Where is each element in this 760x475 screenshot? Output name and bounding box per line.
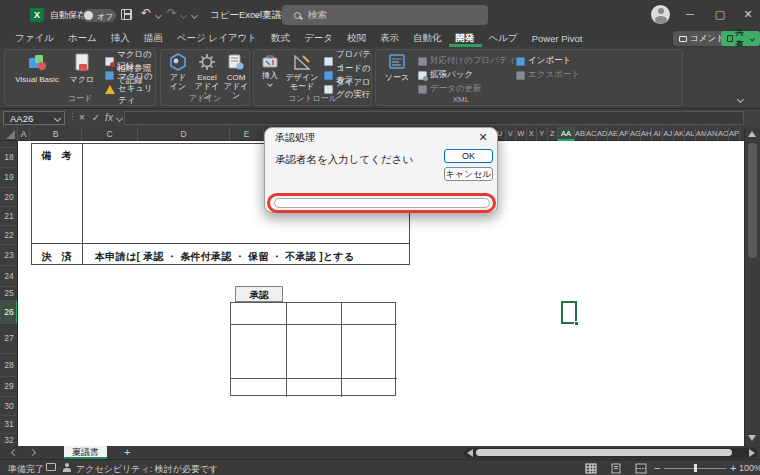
approval-header-cell[interactable]: 承認: [235, 286, 283, 302]
column-header[interactable]: AM: [696, 127, 707, 141]
vertical-scrollbar[interactable]: [744, 127, 760, 446]
row-header[interactable]: 25: [0, 287, 18, 301]
scroll-up-icon[interactable]: [748, 131, 756, 137]
zoom-out-button[interactable]: −: [654, 462, 660, 474]
collapse-ribbon-icon[interactable]: [737, 96, 744, 103]
dialog-close-icon[interactable]: ✕: [475, 130, 491, 144]
approval-table[interactable]: [230, 302, 396, 396]
column-header[interactable]: AG: [630, 127, 641, 141]
row-header[interactable]: 21: [0, 207, 18, 226]
accessibility-status[interactable]: アクセシビリティ: 検討が必要です: [76, 463, 218, 475]
cancel-entry-icon[interactable]: ×: [76, 111, 88, 125]
expansion-packs-button[interactable]: 拡張パック: [418, 69, 473, 81]
tab-draw[interactable]: 描画: [137, 30, 170, 47]
account-avatar[interactable]: [651, 5, 670, 24]
column-header-c[interactable]: C: [82, 127, 138, 141]
horizontal-scroll-thumb[interactable]: [476, 449, 732, 456]
row-header[interactable]: 24: [0, 266, 18, 287]
new-sheet-button[interactable]: +: [124, 446, 130, 459]
xml-source-button[interactable]: ソース: [382, 53, 412, 82]
column-header[interactable]: AF: [619, 127, 630, 141]
column-header[interactable]: AI: [652, 127, 663, 141]
enter-entry-icon[interactable]: ✓: [90, 111, 102, 125]
zoom-level[interactable]: 100%: [739, 463, 760, 473]
column-header[interactable]: AN: [707, 127, 718, 141]
fill-handle[interactable]: [574, 321, 579, 326]
page-layout-view-icon[interactable]: [610, 463, 622, 474]
formula-input[interactable]: [124, 111, 744, 125]
undo-icon[interactable]: ↶: [141, 6, 151, 20]
row-header[interactable]: 27: [0, 324, 18, 354]
row-header[interactable]: 23: [0, 245, 18, 266]
active-cell-aa26[interactable]: [561, 301, 577, 324]
column-header-b[interactable]: B: [30, 127, 82, 141]
search-input[interactable]: 検索: [282, 5, 488, 25]
zoom-slider-thumb[interactable]: [694, 464, 697, 472]
vertical-scroll-thumb[interactable]: [748, 143, 757, 258]
ok-button[interactable]: OK: [444, 149, 493, 163]
column-header-e[interactable]: E: [230, 127, 264, 141]
restore-button[interactable]: ▢: [708, 0, 732, 28]
decision-text-cell[interactable]: 本申請は[ 承認 ・ 条件付承認 ・ 保留 ・ 不承認 ]とする: [95, 250, 354, 264]
tab-review[interactable]: 校閲: [340, 30, 373, 47]
row-header[interactable]: 20: [0, 188, 18, 207]
normal-view-icon[interactable]: [585, 463, 597, 474]
page-break-view-icon[interactable]: [635, 463, 647, 474]
column-header[interactable]: AC: [586, 127, 597, 141]
tab-developer[interactable]: 開発: [449, 30, 482, 47]
tab-view[interactable]: 表示: [373, 30, 406, 47]
row-header[interactable]: 32: [0, 434, 18, 446]
column-header[interactable]: AL: [685, 127, 696, 141]
visual-basic-button[interactable]: Visual Basic: [11, 53, 63, 84]
column-header[interactable]: AD: [597, 127, 608, 141]
tab-automate[interactable]: 自動化: [406, 30, 449, 47]
next-sheet-icon[interactable]: [29, 449, 36, 456]
scroll-right-icon[interactable]: [749, 449, 755, 457]
macros-button[interactable]: マクロ: [65, 53, 99, 84]
column-header[interactable]: X: [527, 127, 538, 141]
scroll-left-icon[interactable]: [467, 449, 473, 457]
zoom-in-button[interactable]: +: [730, 462, 736, 474]
addins-button[interactable]: アド イン: [165, 53, 191, 91]
row-header[interactable]: 31: [0, 416, 18, 434]
tab-data[interactable]: データ: [297, 30, 340, 47]
tab-help[interactable]: ヘルプ: [482, 30, 525, 47]
undo-dropdown-icon[interactable]: [155, 12, 162, 19]
tab-power-pivot[interactable]: Power Pivot: [525, 30, 590, 47]
save-icon[interactable]: [121, 9, 132, 20]
row-header[interactable]: 30: [0, 397, 18, 416]
row-header[interactable]: 28: [0, 354, 18, 377]
minimize-button[interactable]: ─: [678, 0, 702, 28]
tab-file[interactable]: ファイル: [8, 30, 61, 47]
column-header[interactable]: Z: [548, 127, 559, 141]
column-header-selected[interactable]: AA: [558, 127, 575, 141]
quick-access-menu-icon[interactable]: [191, 12, 198, 19]
column-header-d[interactable]: D: [138, 127, 230, 141]
column-header[interactable]: AO: [718, 127, 729, 141]
column-header[interactable]: AP: [729, 127, 740, 141]
column-header[interactable]: AJ: [663, 127, 674, 141]
macro-record-icon[interactable]: [46, 463, 56, 471]
column-header[interactable]: Y: [537, 127, 548, 141]
tab-home[interactable]: ホーム: [61, 30, 104, 47]
prev-sheet-icon[interactable]: [11, 449, 18, 456]
horizontal-scrollbar[interactable]: [464, 448, 758, 458]
column-header[interactable]: AB: [575, 127, 586, 141]
row-header[interactable]: 19: [0, 168, 18, 188]
column-header-a[interactable]: A: [18, 127, 30, 141]
sheet-tab-active[interactable]: 稟議書: [64, 446, 107, 459]
column-header[interactable]: V: [506, 127, 517, 141]
close-button[interactable]: ✕: [736, 0, 760, 28]
autosave-toggle[interactable]: オフ: [82, 9, 116, 22]
row-header[interactable]: 22: [0, 226, 18, 245]
cancel-button[interactable]: キャンセル: [444, 167, 493, 181]
import-button[interactable]: インポート: [516, 55, 571, 67]
remarks-cell[interactable]: 備 考: [31, 149, 82, 163]
share-button[interactable]: 共有: [721, 31, 760, 46]
decision-cell[interactable]: 決 済: [31, 250, 82, 264]
scroll-down-icon[interactable]: [748, 435, 756, 441]
tab-formulas[interactable]: 数式: [264, 30, 297, 47]
select-all-corner[interactable]: [0, 127, 18, 141]
design-mode-button[interactable]: デザイン モード: [285, 53, 319, 91]
column-header[interactable]: AE: [608, 127, 619, 141]
